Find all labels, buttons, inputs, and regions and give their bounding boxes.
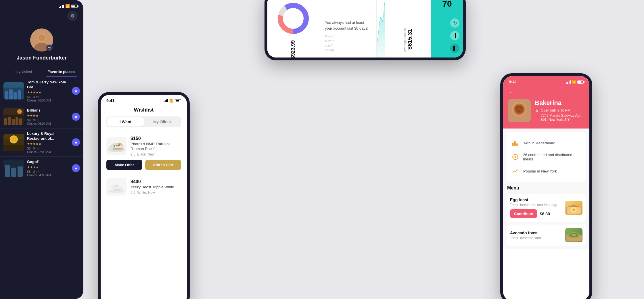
- menu-item-desc: Toast, bechamel, and fried egg: [510, 203, 562, 207]
- favorite-badge: ★: [72, 138, 80, 146]
- teal-controls: ↻ ▐ ▌: [450, 18, 459, 53]
- bakery-image: [508, 99, 531, 122]
- svg-rect-16: [16, 117, 18, 125]
- phone2-wifi-icon: 📶: [169, 99, 174, 103]
- place-thumbnail: [3, 134, 24, 151]
- sneaker-image-1: [107, 140, 126, 153]
- menu-item-info: Avocado toast Toast, avocado, and...: [510, 231, 562, 240]
- back-button[interactable]: ←: [503, 86, 589, 99]
- wishlist-tabs: I Want My Offers: [106, 116, 181, 127]
- place-thumbnail: [3, 82, 24, 99]
- svg-rect-14: [8, 117, 11, 125]
- finance-dates: May 23 May 30 Jun 7 Today: [325, 34, 371, 52]
- camera-badge[interactable]: 📷: [46, 45, 53, 51]
- svg-rect-28: [18, 166, 23, 177]
- phone2-time: 9:41: [106, 98, 114, 103]
- product-row: $150 Pharell x NMD Trail Holi "Human Rac…: [106, 136, 181, 156]
- menu-item-price: $8.30: [540, 212, 550, 216]
- bar-image-3: [3, 134, 24, 151]
- leaderboard-icon-svg: [512, 140, 518, 146]
- svg-rect-15: [12, 119, 15, 125]
- finance-chart-panel: [377, 0, 385, 57]
- svg-point-52: [573, 209, 575, 211]
- menu-item-name: Egg toast: [510, 198, 562, 202]
- phone3-finance: $923.99 You always had at least your acc…: [264, 0, 466, 60]
- svg-point-18: [17, 109, 22, 114]
- product-details: $400 Yeezy Boost Tripple White 9.5, Whit…: [131, 179, 181, 195]
- list-item[interactable]: Luxury & Royal Restaurant of... ★★★★★ $$…: [0, 129, 83, 157]
- phone2-status-bar: 9:41 📶: [101, 95, 187, 105]
- meals-icon: [511, 152, 520, 162]
- username: Jason Funderburker: [17, 55, 67, 61]
- popular-icon-svg: [512, 168, 518, 174]
- refresh-icon[interactable]: ↻: [450, 18, 459, 28]
- phone2-inner: 9:41 📶 Wishlist I Want My Offers: [101, 95, 187, 299]
- meals-stat: 26 contributed and distributed meals: [523, 153, 582, 161]
- volume-icon[interactable]: ▐: [450, 31, 459, 40]
- bar-image-4: [3, 160, 24, 177]
- product-price: $400: [131, 179, 181, 184]
- svg-point-43: [518, 110, 520, 112]
- profile-tabs: ently visited Favorite places: [3, 67, 80, 77]
- gear-area: ⚙: [0, 11, 83, 26]
- bar-image: [3, 82, 24, 99]
- svg-rect-27: [11, 168, 16, 177]
- date-3: Jun 7: [325, 44, 371, 47]
- balance-label: Average balance: [403, 28, 407, 52]
- product-price: $150: [131, 136, 181, 141]
- stat-row: 14th in leaderboard: [511, 136, 582, 150]
- place-info: Luxury & Royal Restaurant of... ★★★★★ $$…: [27, 131, 69, 154]
- line-chart: [377, 0, 385, 57]
- avatar-wrap: 📷: [30, 28, 53, 51]
- tab-my-offers[interactable]: My Offers: [144, 117, 180, 126]
- finance-amount: $923.99: [290, 40, 296, 57]
- leaderboard-stat: 14th in leaderboard: [523, 141, 555, 145]
- menu-item: Egg toast Toast, bechamel, and fried egg…: [507, 194, 586, 222]
- list-item[interactable]: Tom & Jerry New York Bar ★★★★★ $$ · 3 mi…: [0, 77, 83, 105]
- battery-icon: [71, 5, 78, 8]
- svg-point-30: [114, 145, 115, 147]
- settings-button[interactable]: ⚙: [67, 11, 78, 21]
- popular-stat: Popular in New York: [523, 169, 557, 173]
- phone2-signal-icon: [164, 99, 168, 102]
- address-row: 📍 7242 Marvin Gateway Apt. 891, New York…: [535, 114, 585, 122]
- list-item[interactable]: Billions ★★★★ $$ · 3 mi Closes 06:00 AM …: [0, 105, 83, 129]
- battery-status-icon[interactable]: ▌: [450, 44, 459, 53]
- stats-panel: 14th in leaderboard 26 contributed and d…: [507, 132, 586, 182]
- add-to-cart-button[interactable]: Add to Cart: [145, 160, 181, 170]
- bar-image-2: [3, 108, 24, 125]
- place-meta: $$ · 5 mi Closes 02:00 AM: [27, 147, 69, 154]
- phone4-header: 9:41 📶 ←: [503, 76, 589, 129]
- product-item: $150 Pharell x NMD Trail Holi "Human Rac…: [101, 132, 187, 174]
- date-2: May 30: [325, 39, 371, 43]
- svg-point-31: [116, 145, 118, 146]
- place-image: [508, 99, 531, 122]
- date-today: Today: [325, 48, 371, 52]
- phone1-profile: 📶 ⚙ 📷 Jason Funderburker ently visited: [0, 0, 83, 299]
- place-thumbnail: [3, 160, 24, 177]
- place-name: Bakerina: [535, 99, 585, 107]
- phone4-time: 9:41: [509, 80, 517, 84]
- tab-favorite-places[interactable]: Favorite places: [42, 67, 80, 77]
- svg-rect-26: [5, 165, 10, 177]
- place-stars: ★★★★★: [27, 91, 69, 94]
- phone1-status-bar: 📶: [0, 0, 83, 11]
- svg-rect-10: [3, 87, 24, 89]
- status-icons: 📶: [59, 4, 78, 8]
- place-name: Tom & Jerry New York Bar: [27, 80, 69, 90]
- make-offer-button[interactable]: Make Offer: [106, 160, 142, 170]
- phone4-status-icons: 📶: [566, 80, 584, 84]
- phone2-battery-icon: [175, 99, 181, 102]
- contribute-button[interactable]: Contribute: [510, 209, 537, 218]
- egg-toast-image: [566, 201, 582, 215]
- place-stars: ★★★★★: [27, 142, 69, 146]
- product-name: Yeezy Boost Tripple White: [131, 185, 181, 190]
- place-details: Bakerina ⏰ Open until 9:30 PM 📍 7242 Mar…: [535, 99, 585, 123]
- tab-i-want[interactable]: I Want: [107, 117, 144, 126]
- finance-teal-panel: 70 ↻ ▐ ▌: [431, 0, 463, 57]
- tab-recently-visited[interactable]: ently visited: [3, 67, 42, 77]
- list-item[interactable]: Gogol' ★★★★ $$ · 2 mi Closes 04:00 AM ★: [0, 157, 83, 180]
- product-image: [106, 137, 126, 155]
- place-info: Gogol' ★★★★ $$ · 2 mi Closes 04:00 AM: [27, 160, 69, 177]
- favorite-badge: ★: [72, 164, 80, 172]
